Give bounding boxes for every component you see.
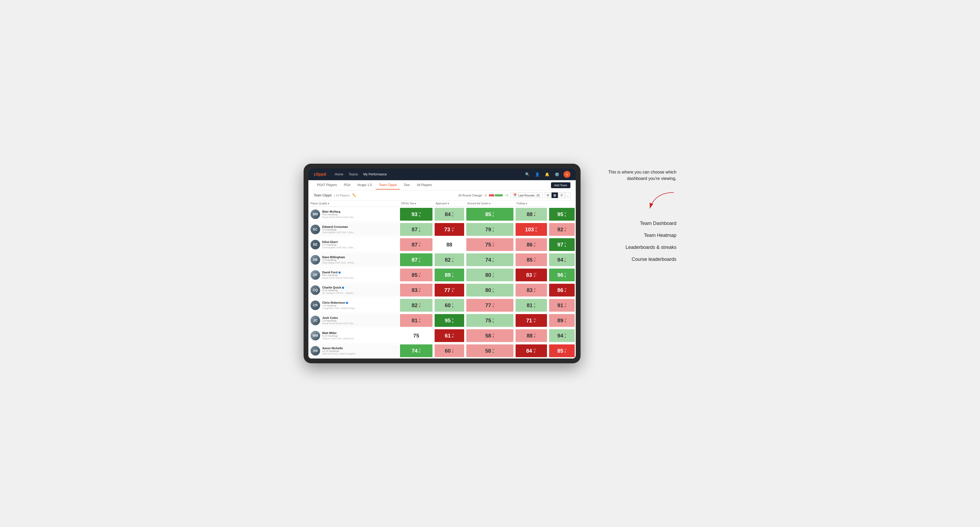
- score-box: 95 9▲: [549, 208, 575, 221]
- score-change: -4▼: [564, 348, 566, 354]
- score-box: 60 2▲: [434, 299, 464, 312]
- score-value: 84: [445, 211, 450, 217]
- player-info[interactable]: DF David Ford Plus Handicap Royal North …: [309, 268, 399, 281]
- score-cell-approach: 80 3▲: [465, 268, 514, 283]
- player-info[interactable]: CQ Charlie Quick 6-10 Handicap St. Georg…: [309, 284, 399, 297]
- player-info[interactable]: JC Josh Coles 1-5 Handicap Royal North D…: [309, 314, 399, 327]
- page-wrapper: clippd Home Teams My Performance 🔍 👤 🔔 ⚙…: [304, 163, 676, 363]
- person-icon[interactable]: 👤: [534, 171, 541, 178]
- player-name: Matt Miller: [322, 332, 357, 335]
- player-info[interactable]: EE Elliot Ebert 1-5 Handicap Sunningdale…: [309, 238, 399, 251]
- subnav-pgat[interactable]: PGAT Players: [314, 181, 340, 189]
- score-change: 6▲: [451, 211, 454, 217]
- col-approach[interactable]: Approach ▾: [434, 200, 465, 207]
- score-cell-putting: 85 -4▼: [548, 343, 576, 359]
- score-value: 85: [557, 348, 563, 354]
- annotation-item: Leaderboards & streaks: [597, 241, 676, 253]
- bell-icon[interactable]: 🔔: [544, 171, 550, 178]
- player-handicap: 1-5 Handicap: [322, 259, 357, 261]
- round-change-section: 20 Round Change -5 +5 📅 Last Rounds: 20 …: [458, 192, 570, 198]
- add-team-button[interactable]: Add Team: [551, 182, 570, 188]
- score-value: 77: [444, 287, 450, 293]
- score-cell-off-tee: 73 -11▼: [434, 222, 465, 237]
- subnav-team-clippd[interactable]: Team Clippd: [376, 181, 400, 189]
- score-cell-off-tee: 77 -14▼: [434, 283, 465, 298]
- col-player-quality[interactable]: Player Quality ▾: [309, 200, 399, 207]
- score-cell-approach: 77 -3▼: [465, 298, 514, 313]
- score-change: -3▼: [564, 227, 566, 232]
- table-row: BM Blair McHarg Plus Handicap Royal Nort…: [309, 207, 576, 222]
- settings-icon[interactable]: ⚙️: [554, 171, 560, 178]
- score-change: +4▲: [418, 211, 421, 217]
- avatar[interactable]: U: [563, 171, 570, 178]
- score-change: -1▼: [533, 211, 536, 217]
- grid-view-button[interactable]: ⊞: [545, 192, 551, 198]
- score-change: 10▲: [492, 348, 495, 354]
- export-button[interactable]: ↓: [565, 192, 571, 198]
- player-name: Edward Crossman: [322, 225, 357, 229]
- col-around-green[interactable]: Around the Green ▾: [465, 200, 514, 207]
- player-info[interactable]: CR Chris Robertson 1-5 Handicap Craigmil…: [309, 299, 399, 312]
- player-info[interactable]: BM Blair McHarg Plus Handicap Royal Nort…: [309, 208, 399, 221]
- table-row: CR Chris Robertson 1-5 Handicap Craigmil…: [309, 298, 576, 313]
- player-info[interactable]: MM Matt Miller 6-10 Handicap Woburn Golf…: [309, 329, 399, 342]
- score-value: 83: [527, 287, 533, 293]
- score-box: 86 -6▼: [515, 238, 547, 251]
- last-rounds-button[interactable]: 📅 Last Rounds: 20: [510, 192, 542, 198]
- nav-icons: 🔍 👤 🔔 ⚙️ U: [524, 171, 570, 178]
- player-avatar: EE: [310, 240, 320, 249]
- player-info[interactable]: AN Aaron Nicholls 11-15 Handicap Drift G…: [309, 344, 399, 357]
- heatmap-view-button[interactable]: ▦: [552, 192, 558, 198]
- player-club: Gog Magog Golf Club, United Kingdom: [322, 261, 357, 264]
- score-box: 103 15▲: [515, 223, 547, 236]
- score-cell-player-quality: 87 1▲: [399, 222, 434, 237]
- score-box: 97 5▲: [549, 238, 575, 251]
- player-info[interactable]: EC Edward Crossman 1-5 Handicap Sunningd…: [309, 223, 399, 236]
- subnav-tour[interactable]: Tour: [401, 181, 413, 189]
- table-body: BM Blair McHarg Plus Handicap Royal Nort…: [309, 207, 576, 359]
- score-value: 94: [557, 333, 563, 339]
- player-avatar: CR: [310, 300, 320, 310]
- team-count: | 14 Players: [334, 194, 350, 197]
- score-cell-player-quality: 82 -3▼: [399, 298, 434, 313]
- score-change: -8▼: [418, 348, 421, 354]
- score-box: 84 6▲: [434, 208, 464, 221]
- annotation-arrow: [644, 190, 676, 211]
- table-row: EC Edward Crossman 1-5 Handicap Sunningd…: [309, 222, 576, 237]
- col-putting[interactable]: Putting ▾: [514, 200, 548, 207]
- player-cell: CR Chris Robertson 1-5 Handicap Craigmil…: [309, 298, 399, 313]
- search-icon[interactable]: 🔍: [524, 171, 531, 178]
- avatar-initials: DF: [310, 270, 320, 280]
- score-box: 81 -3▼: [400, 314, 433, 327]
- score-cell-off-tee: 89 7▲: [434, 268, 465, 283]
- player-cell: DB Dave Billingham 1-5 Handicap Gog Mago…: [309, 252, 399, 268]
- player-cell: DF David Ford Plus Handicap Royal North …: [309, 268, 399, 283]
- nav-home[interactable]: Home: [334, 171, 344, 177]
- top-navigation: clippd Home Teams My Performance 🔍 👤 🔔 ⚙…: [309, 168, 576, 180]
- score-value: 96: [557, 272, 563, 278]
- score-value: 92: [557, 227, 563, 233]
- col-off-tee[interactable]: Off the Tee ▾: [399, 200, 434, 207]
- score-change: -6▼: [533, 242, 536, 247]
- list-view-button[interactable]: ☰: [558, 192, 565, 198]
- player-club: Craigmillar Park, United Kingdom: [322, 307, 357, 310]
- player-cell: JC Josh Coles 1-5 Handicap Royal North D…: [309, 313, 399, 328]
- score-cell-around-green: 85 -3▼: [514, 252, 548, 268]
- player-info[interactable]: DB Dave Billingham 1-5 Handicap Gog Mago…: [309, 253, 399, 266]
- subnav-hcaps[interactable]: Hcaps 1-5: [354, 181, 375, 189]
- score-value: 95: [445, 317, 450, 324]
- subnav-pga[interactable]: PGA: [340, 181, 354, 189]
- score-box: 92 -3▼: [549, 223, 575, 236]
- score-change: 3▲: [492, 272, 495, 278]
- nav-teams[interactable]: Teams: [348, 171, 358, 177]
- nav-my-performance[interactable]: My Performance: [363, 171, 387, 177]
- score-value: 77: [485, 302, 491, 308]
- score-value: 85: [527, 257, 533, 263]
- subnav-all-players[interactable]: All Players: [414, 181, 435, 189]
- edit-icon[interactable]: ✏️: [352, 194, 356, 197]
- score-cell-putting: 92 -3▼: [548, 222, 576, 237]
- player-handicap: Plus Handicap: [322, 213, 357, 216]
- table-row: MM Matt Miller 6-10 Handicap Woburn Golf…: [309, 328, 576, 343]
- score-box: 94 1▲: [549, 253, 575, 266]
- score-change: -2▼: [564, 318, 566, 323]
